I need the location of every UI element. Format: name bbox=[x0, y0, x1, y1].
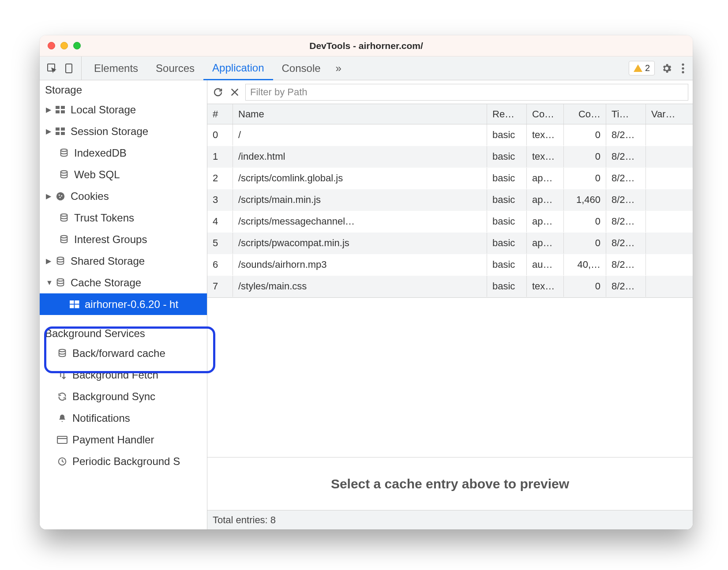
col-content-type[interactable]: Co… bbox=[527, 104, 564, 124]
svg-rect-8 bbox=[61, 110, 65, 113]
cell: basic bbox=[487, 211, 527, 232]
sidebar-item-back-forward-cache[interactable]: Back/forward cache bbox=[40, 342, 207, 364]
minimize-window-icon[interactable] bbox=[60, 42, 68, 49]
tab-application[interactable]: Application bbox=[203, 56, 273, 80]
table-row[interactable]: 5/scripts/pwacompat.min.jsbasicap…08/2… bbox=[207, 232, 693, 254]
devtools-window: DevTools - airhorner.com/ Elements Sourc… bbox=[40, 35, 693, 529]
cell: 6 bbox=[207, 254, 233, 275]
cell: 0 bbox=[564, 232, 606, 254]
table-row[interactable]: 1/index.htmlbasictex…08/2… bbox=[207, 146, 693, 168]
sidebar-item-label: Cookies bbox=[71, 190, 109, 202]
col-response[interactable]: Re… bbox=[487, 104, 527, 124]
svg-point-14 bbox=[61, 170, 68, 173]
cell: / bbox=[233, 124, 487, 146]
table-row[interactable]: 2/scripts/comlink.global.jsbasicap…08/2… bbox=[207, 168, 693, 189]
maximize-window-icon[interactable] bbox=[73, 42, 81, 49]
cell: 5 bbox=[207, 232, 233, 254]
cell: 0 bbox=[564, 146, 606, 167]
sidebar-item-background-sync[interactable]: Background Sync bbox=[40, 386, 207, 407]
svg-rect-23 bbox=[70, 300, 74, 304]
col-vary[interactable]: Var… bbox=[646, 104, 693, 124]
tab-console[interactable]: Console bbox=[273, 56, 330, 80]
svg-point-16 bbox=[59, 194, 60, 195]
cell: 0 bbox=[564, 168, 606, 189]
sidebar-item-periodic-background-s[interactable]: Periodic Background S bbox=[40, 450, 207, 472]
device-toolbar-icon[interactable] bbox=[63, 62, 75, 75]
refresh-icon[interactable] bbox=[212, 86, 224, 98]
total-entries: Total entries: 8 bbox=[213, 514, 276, 526]
titlebar: DevTools - airhorner.com/ bbox=[40, 35, 693, 56]
cell: 0 bbox=[207, 124, 233, 146]
svg-rect-12 bbox=[61, 132, 65, 135]
cell: 40,… bbox=[564, 254, 606, 275]
table-row[interactable]: 6/sounds/airhorn.mp3basicau…40,…8/2… bbox=[207, 254, 693, 276]
cell: ap… bbox=[527, 168, 564, 189]
table-row[interactable]: 4/scripts/messagechannel…basicap…08/2… bbox=[207, 211, 693, 232]
cell: basic bbox=[487, 254, 527, 275]
col-name[interactable]: Name bbox=[233, 104, 487, 124]
svg-point-19 bbox=[61, 214, 68, 216]
cell: 7 bbox=[207, 276, 233, 297]
cookie-icon bbox=[55, 191, 66, 202]
sidebar-item-cache-storage[interactable]: ▼Cache Storage bbox=[40, 272, 207, 293]
settings-icon[interactable] bbox=[658, 63, 675, 74]
svg-rect-25 bbox=[70, 305, 74, 308]
sidebar-item-web-sql[interactable]: Web SQL bbox=[40, 164, 207, 185]
sidebar-item-airhorner-0-6-20-ht[interactable]: airhorner-0.6.20 - ht bbox=[40, 293, 207, 315]
svg-point-3 bbox=[682, 67, 684, 69]
cell: 8/2… bbox=[606, 189, 646, 210]
bell-icon bbox=[56, 412, 68, 424]
cell: tex… bbox=[527, 276, 564, 297]
sidebar-item-label: Trust Tokens bbox=[74, 212, 134, 224]
col-time[interactable]: Ti… bbox=[606, 104, 646, 124]
kebab-menu-icon[interactable] bbox=[679, 63, 687, 74]
sidebar-item-trust-tokens[interactable]: Trust Tokens bbox=[40, 207, 207, 229]
sidebar-item-label: Notifications bbox=[72, 412, 130, 424]
tab-sources[interactable]: Sources bbox=[147, 56, 203, 80]
warnings-badge[interactable]: 2 bbox=[629, 61, 655, 75]
sidebar-item-label: Back/forward cache bbox=[72, 347, 165, 360]
cell bbox=[646, 189, 693, 210]
window-controls bbox=[48, 42, 81, 49]
sidebar-item-label: Periodic Background S bbox=[72, 455, 180, 468]
filter-input[interactable] bbox=[245, 84, 688, 101]
overflow-tabs-icon[interactable]: » bbox=[330, 56, 348, 80]
svg-point-27 bbox=[59, 349, 66, 352]
svg-point-18 bbox=[60, 197, 61, 198]
sidebar-item-notifications[interactable]: Notifications bbox=[40, 407, 207, 429]
sidebar-item-label: IndexedDB bbox=[74, 147, 127, 159]
cell: 0 bbox=[564, 276, 606, 297]
cell: basic bbox=[487, 232, 527, 254]
cell bbox=[646, 211, 693, 232]
sidebar-item-session-storage[interactable]: ▶Session Storage bbox=[40, 120, 207, 142]
table-row[interactable]: 3/scripts/main.min.jsbasicap…1,4608/2… bbox=[207, 189, 693, 211]
sidebar-item-label: Local Storage bbox=[71, 104, 136, 116]
cell bbox=[646, 124, 693, 146]
sync-icon bbox=[56, 391, 68, 402]
tab-elements[interactable]: Elements bbox=[85, 56, 147, 80]
col-index[interactable]: # bbox=[207, 104, 233, 124]
cell: basic bbox=[487, 168, 527, 189]
preview-placeholder: Select a cache entry above to preview bbox=[207, 457, 693, 510]
table-row[interactable]: 0/basictex…08/2… bbox=[207, 124, 693, 146]
cell: 4 bbox=[207, 211, 233, 232]
close-window-icon[interactable] bbox=[48, 42, 55, 49]
sidebar-item-shared-storage[interactable]: ▶Shared Storage bbox=[40, 250, 207, 272]
sidebar-item-indexeddb[interactable]: IndexedDB bbox=[40, 142, 207, 164]
inspect-element-icon[interactable] bbox=[46, 62, 58, 75]
cell: 2 bbox=[207, 168, 233, 189]
sidebar-item-background-fetch[interactable]: Background Fetch bbox=[40, 364, 207, 386]
cell: basic bbox=[487, 124, 527, 146]
sidebar-item-payment-handler[interactable]: Payment Handler bbox=[40, 429, 207, 450]
sidebar-item-label: Interest Groups bbox=[74, 233, 147, 246]
sidebar-item-cookies[interactable]: ▶Cookies bbox=[40, 185, 207, 207]
clear-icon[interactable] bbox=[229, 86, 241, 98]
col-content-length[interactable]: Co… bbox=[564, 104, 606, 124]
cell: 8/2… bbox=[606, 232, 646, 254]
table-row[interactable]: 7/styles/main.cssbasictex…08/2… bbox=[207, 276, 693, 297]
arrows-icon bbox=[56, 369, 68, 381]
sidebar-item-local-storage[interactable]: ▶Local Storage bbox=[40, 99, 207, 120]
db-icon bbox=[58, 147, 70, 159]
cell: /styles/main.css bbox=[233, 276, 487, 297]
sidebar-item-interest-groups[interactable]: Interest Groups bbox=[40, 229, 207, 250]
